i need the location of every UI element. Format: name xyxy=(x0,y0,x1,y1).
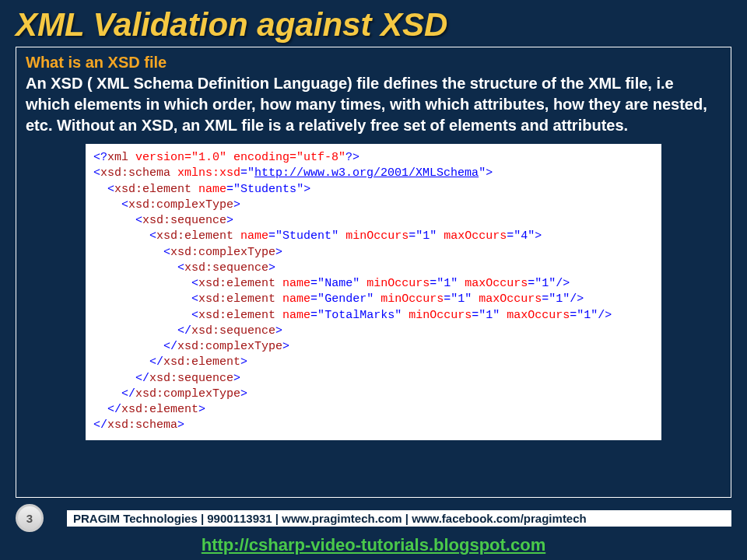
schema-url-link[interactable]: http://www.w3.org/2001/XMLSchema xyxy=(254,166,479,180)
content-box: What is an XSD file An XSD ( XML Schema … xyxy=(16,47,731,498)
slide-title: XML Validation against XSD xyxy=(0,0,747,47)
code-block: <?xml version="1.0" encoding="utf-8"?> <… xyxy=(86,144,661,440)
footer-text: PRAGIM Technologies | 9900113931 | www.p… xyxy=(67,510,731,527)
footer-bar: 3 PRAGIM Technologies | 9900113931 | www… xyxy=(0,504,747,532)
body-text: An XSD ( XML Schema Definition Language)… xyxy=(26,73,721,136)
subtitle: What is an XSD file xyxy=(26,54,721,72)
page-number: 3 xyxy=(16,504,44,532)
footer: 3 PRAGIM Technologies | 9900113931 | www… xyxy=(0,504,747,555)
bottom-link[interactable]: http://csharp-video-tutorials.blogspot.c… xyxy=(202,535,545,555)
